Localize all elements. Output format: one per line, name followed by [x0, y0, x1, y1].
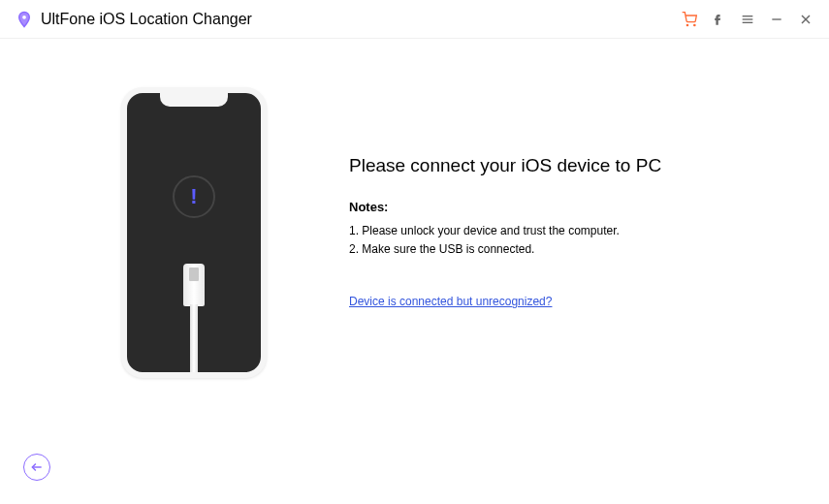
usb-connector-icon	[183, 264, 205, 306]
svg-point-1	[686, 24, 687, 25]
alert-circle: !	[173, 175, 215, 218]
phone-graphic: !	[121, 87, 267, 378]
cart-icon[interactable]	[682, 12, 697, 27]
notes-list: 1. Please unlock your device and trust t…	[349, 222, 771, 259]
phone-notch	[160, 93, 228, 107]
window-controls	[682, 12, 813, 27]
app-logo-icon	[16, 11, 33, 28]
app-title: UltFone iOS Location Changer	[41, 11, 252, 28]
close-icon[interactable]	[798, 12, 813, 27]
usb-cable-icon	[190, 304, 198, 372]
content-area: ! Please connect your iOS device to PC N…	[0, 39, 829, 504]
help-link[interactable]: Device is connected but unrecognized?	[349, 295, 552, 308]
svg-point-0	[22, 15, 26, 18]
note-item: 1. Please unlock your device and trust t…	[349, 222, 771, 240]
device-illustration: !	[58, 87, 330, 504]
svg-point-2	[694, 24, 695, 25]
notes-label: Notes:	[349, 200, 771, 214]
titlebar: UltFone iOS Location Changer	[0, 0, 829, 39]
back-button[interactable]	[23, 454, 50, 481]
note-item: 2. Make sure the USB is connected.	[349, 240, 771, 259]
menu-icon[interactable]	[740, 12, 755, 27]
exclamation-icon: !	[190, 184, 197, 209]
info-panel: Please connect your iOS device to PC Not…	[330, 87, 771, 504]
facebook-icon[interactable]	[711, 12, 726, 27]
headline: Please connect your iOS device to PC	[349, 155, 771, 176]
minimize-icon[interactable]	[769, 12, 784, 27]
